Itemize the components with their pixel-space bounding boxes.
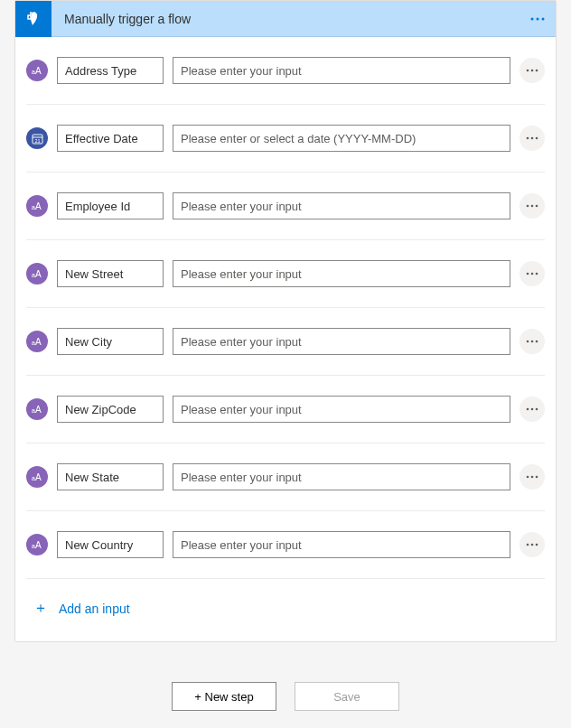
svg-point-21 (527, 273, 529, 275)
field-more-button[interactable] (520, 126, 545, 151)
field-name-input[interactable] (57, 57, 164, 84)
more-horizontal-icon (526, 475, 538, 479)
svg-point-27 (531, 341, 534, 343)
field-name-input[interactable] (57, 396, 164, 423)
svg-point-2 (542, 17, 545, 20)
svg-point-38 (536, 476, 538, 479)
field-value-input[interactable] (173, 192, 510, 219)
card-title: Manually trigger a flow (51, 12, 520, 26)
svg-point-43 (536, 544, 538, 546)
more-horizontal-icon (526, 272, 538, 275)
input-row: aA (26, 240, 545, 308)
svg-text:A: A (35, 472, 42, 482)
svg-point-6 (531, 70, 534, 72)
text-type-icon: aA (26, 195, 48, 217)
field-value-input[interactable] (173, 463, 510, 490)
input-row: aA (26, 37, 545, 105)
field-more-button[interactable] (520, 329, 545, 354)
svg-point-42 (531, 544, 534, 546)
input-row: aA (26, 376, 545, 443)
footer-actions: + New step Save (0, 682, 571, 711)
svg-point-28 (536, 341, 538, 343)
input-row: 21 (26, 105, 545, 173)
svg-point-36 (527, 476, 529, 479)
svg-text:A: A (35, 540, 42, 550)
svg-text:A: A (35, 405, 42, 415)
card-body: aA 21 aA (15, 37, 556, 641)
date-type-icon: 21 (26, 127, 48, 149)
flow-trigger-card: Manually trigger a flow aA 21 (14, 0, 557, 642)
field-name-input[interactable] (57, 192, 164, 219)
svg-point-17 (531, 205, 534, 208)
more-horizontal-icon (526, 69, 538, 72)
svg-point-12 (531, 137, 534, 140)
svg-point-37 (531, 476, 534, 479)
field-more-button[interactable] (520, 532, 545, 557)
more-horizontal-icon (526, 204, 538, 208)
svg-point-33 (536, 408, 538, 411)
text-type-icon: aA (26, 263, 48, 285)
add-input-button[interactable]: ＋ Add an input (26, 579, 545, 641)
card-header[interactable]: Manually trigger a flow (15, 1, 556, 37)
text-type-icon: aA (26, 60, 48, 81)
field-more-button[interactable] (520, 397, 545, 422)
field-name-input[interactable] (57, 328, 164, 355)
input-row: aA (26, 308, 545, 376)
plus-icon: ＋ (33, 599, 48, 618)
text-type-icon: aA (26, 466, 48, 488)
field-more-button[interactable] (520, 58, 545, 83)
field-more-button[interactable] (520, 261, 545, 286)
field-value-input[interactable] (173, 260, 510, 287)
svg-point-18 (536, 205, 538, 208)
svg-point-5 (527, 70, 529, 72)
svg-point-32 (531, 408, 534, 411)
text-type-icon: aA (26, 398, 48, 420)
svg-point-0 (531, 17, 534, 20)
svg-point-11 (527, 137, 529, 140)
svg-point-1 (537, 17, 539, 20)
svg-text:A: A (35, 66, 42, 76)
more-horizontal-icon (526, 136, 538, 140)
input-row: aA (26, 173, 545, 240)
field-name-input[interactable] (57, 463, 164, 490)
input-row: aA (26, 443, 545, 511)
new-step-button[interactable]: + New step (172, 682, 276, 711)
svg-point-22 (531, 273, 534, 275)
field-value-input[interactable] (173, 396, 510, 423)
svg-point-41 (527, 544, 529, 546)
trigger-icon (15, 1, 51, 37)
svg-text:A: A (35, 201, 42, 211)
save-button[interactable]: Save (295, 682, 399, 711)
svg-point-26 (527, 341, 529, 343)
field-value-input[interactable] (173, 57, 510, 84)
input-row: aA (26, 511, 545, 579)
add-input-label: Add an input (59, 602, 130, 616)
more-horizontal-icon (530, 17, 545, 21)
svg-text:21: 21 (34, 137, 40, 143)
svg-point-31 (527, 408, 529, 411)
more-horizontal-icon (526, 407, 538, 411)
card-more-button[interactable] (520, 1, 556, 37)
field-name-input[interactable] (57, 531, 164, 558)
field-name-input[interactable] (57, 125, 164, 152)
svg-text:A: A (35, 269, 42, 279)
field-more-button[interactable] (520, 193, 545, 219)
svg-point-7 (536, 70, 538, 72)
field-value-input[interactable] (173, 531, 510, 558)
text-type-icon: aA (26, 331, 48, 352)
svg-point-23 (536, 273, 538, 275)
more-horizontal-icon (526, 340, 538, 343)
field-more-button[interactable] (520, 464, 545, 490)
more-horizontal-icon (526, 543, 538, 546)
svg-point-16 (527, 205, 529, 208)
svg-point-13 (536, 137, 538, 140)
text-type-icon: aA (26, 534, 48, 555)
svg-text:A: A (35, 337, 42, 347)
field-name-input[interactable] (57, 260, 164, 287)
field-value-input[interactable] (173, 328, 510, 355)
field-value-input[interactable] (173, 125, 510, 152)
